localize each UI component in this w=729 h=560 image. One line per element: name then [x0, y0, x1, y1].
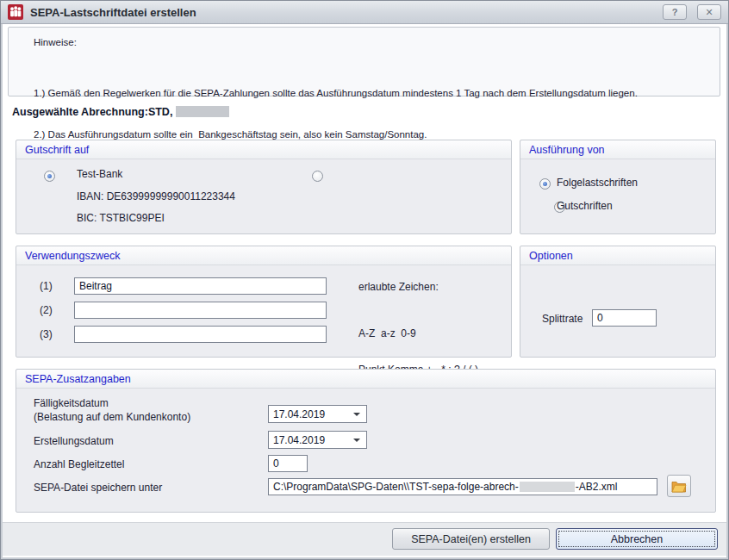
- allowed-chars-heading: erlaubte Zeichen:: [358, 281, 439, 293]
- sepa-dialog-window: SEPA-Lastschriftdatei erstellen ? ✕ Hinw…: [0, 0, 729, 560]
- zusatzangaben-title: SEPA-Zusatzangaben: [16, 370, 715, 389]
- verwendungszweck-title: Verwendungszweck: [16, 246, 511, 265]
- bank-name-label: Test-Bank: [77, 168, 122, 180]
- sepa-file-path-prefix: C:\ProgramData\SPG-Daten\\TST-sepa-folge…: [273, 481, 519, 493]
- zusatzangaben-body: Fälligkeitsdatum (Belastung auf dem Kund…: [16, 389, 715, 512]
- erstellungsdatum-label: Erstellungsdatum: [34, 435, 114, 447]
- verwendungszweck-input-1[interactable]: [74, 277, 327, 295]
- faelligkeitsdatum-value: 17.04.2019: [273, 408, 353, 420]
- faelligkeitsdatum-label: Fälligkeitsdatum (Belastung auf dem Kund…: [34, 396, 190, 424]
- hints-heading: Hinweise:: [34, 37, 711, 47]
- ausfuehrung-title: Ausführung von: [520, 140, 715, 159]
- erstellungsdatum-value: 17.04.2019: [273, 434, 353, 446]
- allowed-chars-line-1: A-Z a-z 0-9: [358, 327, 490, 339]
- create-sepa-file-button[interactable]: SEPA-Datei(en) erstellen: [392, 528, 550, 550]
- gutschrift-groupbox: Gutschrift auf Test-Bank IBAN: DE6399999…: [16, 140, 512, 234]
- zweck-row2-label: (2): [40, 304, 53, 316]
- optionen-body: Splittrate: [520, 265, 715, 357]
- gutschrift-title: Gutschrift auf: [16, 140, 511, 159]
- selected-abrechnung-label: Ausgewählte Abrechnung:STD,: [12, 106, 172, 118]
- folgelastschriften-label: Folgelastschriften: [557, 177, 638, 189]
- zweck-row1-label: (1): [40, 280, 53, 292]
- folder-icon: [671, 479, 687, 493]
- redacted-path-segment: [520, 482, 575, 492]
- ausfuehrung-body: Folgelastschriften Gutschriften: [520, 159, 715, 233]
- verwendungszweck-body: (1) (2) (3) erlaubte Zeichen: A-Z a-z 0-…: [16, 265, 511, 357]
- optionen-title: Optionen: [520, 246, 715, 265]
- window-title: SEPA-Lastschriftdatei erstellen: [30, 6, 652, 19]
- folgelastschriften-radio[interactable]: [539, 178, 551, 190]
- app-icon: [8, 4, 23, 20]
- second-bank-radio[interactable]: [312, 171, 323, 182]
- close-button[interactable]: ✕: [697, 4, 721, 20]
- cancel-button[interactable]: Abbrechen: [556, 528, 718, 550]
- iban-label: IBAN: DE63999999990011223344: [77, 190, 235, 202]
- hints-box: Hinweise: 1.) Gemäß den Regelwerken für …: [8, 27, 720, 96]
- verwendungszweck-input-3[interactable]: [74, 326, 327, 343]
- optionen-groupbox: Optionen Splittrate: [520, 246, 716, 358]
- verwendungszweck-groupbox: Verwendungszweck (1) (2) (3) erlaubte Ze…: [16, 246, 512, 358]
- begleitzettel-input[interactable]: [268, 455, 308, 472]
- ausfuehrung-groupbox: Ausführung von Folgelastschriften Gutsch…: [520, 140, 716, 234]
- bank-radio[interactable]: [44, 171, 55, 182]
- sepa-file-path-suffix: -AB2.xml: [576, 481, 618, 493]
- splittrate-input[interactable]: [592, 309, 657, 327]
- faelligkeitsdatum-label-line2: (Belastung auf dem Kundenkonto): [34, 410, 190, 424]
- help-button[interactable]: ?: [663, 4, 687, 20]
- gutschrift-body: Test-Bank IBAN: DE63999999990011223344 B…: [16, 159, 511, 233]
- splittrate-label: Splittrate: [542, 313, 583, 325]
- chevron-down-icon: [353, 413, 360, 416]
- selected-abrechnung-line: Ausgewählte Abrechnung:STD,: [12, 106, 229, 118]
- zweck-row3-label: (3): [40, 328, 53, 340]
- verwendungszweck-input-2[interactable]: [74, 302, 327, 319]
- redacted-abrechnung-value: [176, 106, 229, 117]
- bic-label: BIC: TSTBIC99PEI: [77, 212, 165, 224]
- faelligkeitsdatum-label-line1: Fälligkeitsdatum: [34, 396, 190, 410]
- sepa-file-label: SEPA-Datei speichern unter: [34, 482, 162, 494]
- chevron-down-icon: [353, 439, 360, 442]
- begleitzettel-label: Anzahl Begleitzettel: [34, 458, 124, 470]
- erstellungsdatum-dropdown[interactable]: 17.04.2019: [268, 431, 367, 449]
- zusatzangaben-groupbox: SEPA-Zusatzangaben Fälligkeitsdatum (Bel…: [16, 369, 716, 513]
- browse-folder-button[interactable]: [667, 475, 691, 497]
- faelligkeitsdatum-dropdown[interactable]: 17.04.2019: [268, 405, 367, 423]
- footer-bar: SEPA-Datei(en) erstellen Abbrechen: [3, 522, 726, 556]
- titlebar: SEPA-Lastschriftdatei erstellen ? ✕: [1, 1, 728, 24]
- hint-line-1: 1.) Gemäß den Regelwerken für die SEPA-Z…: [34, 86, 711, 100]
- gutschriften-label: Gutschriften: [557, 200, 613, 212]
- sepa-file-path-input[interactable]: C:\ProgramData\SPG-Daten\\TST-sepa-folge…: [268, 478, 657, 495]
